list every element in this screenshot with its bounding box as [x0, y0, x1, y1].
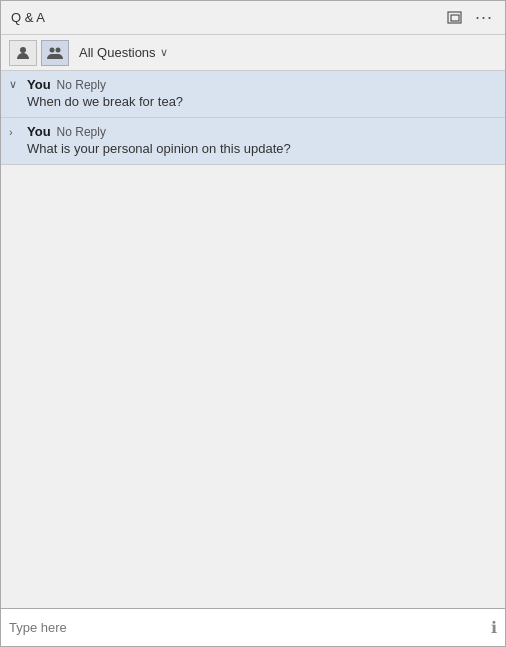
- chevron-down-icon: ∨: [160, 46, 168, 59]
- qa-item-header: ∨ You No Reply: [9, 77, 497, 92]
- expand-icon[interactable]: ›: [9, 126, 21, 138]
- qa-window: Q & A ··· All Qu: [0, 0, 506, 647]
- person-view-button[interactable]: [9, 40, 37, 66]
- list-item: › You No Reply What is your personal opi…: [1, 118, 505, 165]
- qa-list: ∨ You No Reply When do we break for tea?…: [1, 71, 505, 608]
- expand-icon[interactable]: ∨: [9, 78, 21, 91]
- window-icon[interactable]: [445, 9, 465, 27]
- svg-point-2: [20, 47, 26, 53]
- title-bar-actions: ···: [445, 5, 495, 30]
- toolbar: All Questions ∨: [1, 35, 505, 71]
- qa-text: When do we break for tea?: [27, 94, 497, 109]
- qa-status: No Reply: [57, 78, 106, 92]
- filter-label: All Questions: [79, 45, 156, 60]
- message-input[interactable]: [9, 620, 487, 635]
- window-title: Q & A: [11, 10, 45, 25]
- filter-dropdown[interactable]: All Questions ∨: [79, 45, 168, 60]
- qa-status: No Reply: [57, 125, 106, 139]
- group-view-button[interactable]: [41, 40, 69, 66]
- qa-item-header: › You No Reply: [9, 124, 497, 139]
- qa-text: What is your personal opinion on this up…: [27, 141, 497, 156]
- svg-point-3: [50, 47, 55, 52]
- more-options-icon[interactable]: ···: [473, 5, 495, 30]
- input-area: ℹ: [1, 608, 505, 646]
- send-icon[interactable]: ℹ: [491, 618, 497, 637]
- svg-rect-1: [451, 15, 459, 21]
- svg-point-4: [56, 47, 61, 52]
- list-item: ∨ You No Reply When do we break for tea?: [1, 71, 505, 118]
- qa-author: You: [27, 77, 51, 92]
- qa-author: You: [27, 124, 51, 139]
- title-bar: Q & A ···: [1, 1, 505, 35]
